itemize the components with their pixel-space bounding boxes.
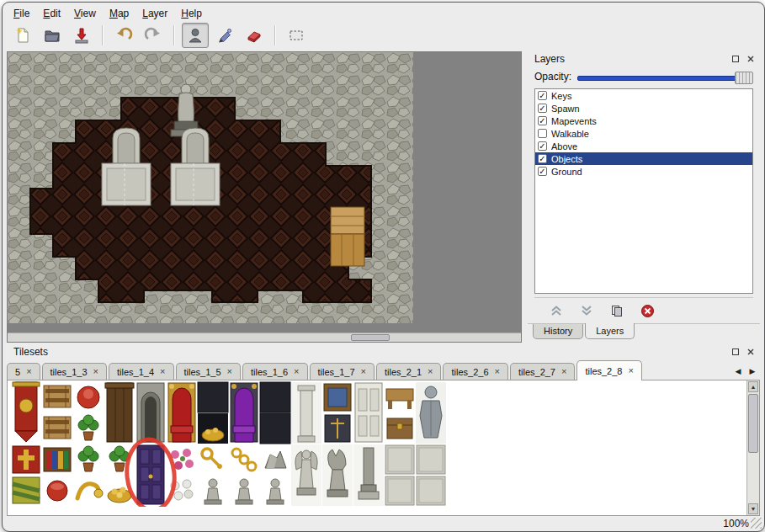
undo-button[interactable] [110,23,137,48]
tile-loom[interactable] [44,417,71,439]
save-map-button[interactable] [68,23,95,48]
layer-row-ground[interactable]: ✓Ground [535,165,752,178]
tile-gold-pile[interactable] [198,413,228,444]
tileset-tab-tiles_1_7[interactable]: tiles_1_7× [310,363,375,380]
menu-view[interactable]: View [68,6,102,21]
duplicate-layer-button[interactable] [608,302,625,319]
eraser-tool-button[interactable] [241,23,268,48]
raise-layer-button[interactable] [548,302,565,319]
tile-dark[interactable] [260,382,290,412]
tile-bench[interactable] [386,389,413,409]
menu-layer[interactable]: Layer [136,6,173,21]
tile-statue[interactable] [205,479,221,504]
tab-close-icon[interactable]: × [294,367,299,376]
tab-close-icon[interactable]: × [160,367,165,376]
lower-layer-button[interactable] [578,302,595,319]
opacity-slider[interactable] [577,71,753,83]
layer-visibility-checkbox[interactable]: ✓ [538,154,547,163]
dock-close-button[interactable] [744,53,757,65]
tile-dark[interactable] [198,382,228,412]
tileset-tab-tiles_2_6[interactable]: tiles_2_6× [443,363,507,380]
tile-chest[interactable] [387,418,412,439]
tileset-vertical-scrollbar[interactable]: ▲ ▼ [746,380,759,515]
tile-picture-frame[interactable] [324,384,351,411]
tab-close-icon[interactable]: × [26,367,31,376]
tileset-tab-5[interactable]: 5× [7,363,40,380]
layers-list[interactable]: ✓Keys✓Spawn✓MapeventsWalkable✓Above✓Obje… [534,88,753,294]
tile-coffin[interactable] [325,415,350,442]
rect-select-tool-button[interactable] [283,23,310,48]
layer-visibility-checkbox[interactable]: ✓ [538,91,547,100]
tile-statue[interactable] [236,479,252,504]
tab-close-icon[interactable]: × [428,367,433,376]
tile-gargoyle[interactable] [322,444,353,506]
tile-statue[interactable] [267,479,284,504]
tile-rock-pile[interactable] [265,451,286,468]
tileset-tab-tiles_1_6[interactable]: tiles_1_6× [242,363,307,380]
tab-close-icon[interactable]: × [361,367,366,376]
layer-visibility-checkbox[interactable]: ✓ [538,141,547,151]
dock-tab-layers[interactable]: Layers [585,323,635,339]
layer-row-walkable[interactable]: Walkable [535,127,752,140]
redo-button[interactable] [140,23,167,48]
resize-grip[interactable] [751,518,762,529]
tileset-content[interactable]: ▲ ▼ [7,380,760,516]
menu-map[interactable]: Map [104,6,135,21]
tileset-canvas[interactable] [8,380,479,507]
tab-close-icon[interactable]: × [93,367,98,376]
tileset-tab-tiles_2_8[interactable]: tiles_2_8× [576,360,641,380]
layer-row-spawn[interactable]: ✓Spawn [535,102,752,114]
tile-armor-statue[interactable] [416,382,446,444]
tile-wood-cabinet[interactable] [105,383,134,442]
tab-close-icon[interactable]: × [495,367,500,376]
tile-red-pot[interactable] [47,481,67,501]
layer-row-mapevents[interactable]: ✓Mapevents [535,114,752,127]
tab-close-icon[interactable]: × [561,367,566,376]
tile-white-door[interactable] [355,383,382,442]
tile-green-banner[interactable] [13,477,40,503]
tile-gold-key[interactable] [202,449,221,468]
tile-gray-block[interactable] [385,476,414,505]
slider-track[interactable] [577,76,752,81]
map-horizontal-scrollbar[interactable] [8,332,521,342]
tile-gray-block[interactable] [417,476,445,505]
tile-dark[interactable] [260,413,290,444]
tile-red-banner[interactable] [13,382,40,442]
layer-row-above[interactable]: ✓Above [535,140,752,152]
tileset-tab-tiles_1_4[interactable]: tiles_1_4× [109,363,173,380]
tab-scroll-left-button[interactable]: ◀ [732,364,744,377]
layer-visibility-checkbox[interactable] [538,129,547,138]
new-map-button[interactable] [9,23,36,48]
tileset-tab-tiles_2_1[interactable]: tiles_2_1× [376,363,441,380]
menu-help[interactable]: Help [175,6,208,21]
tile-gold-chain[interactable] [232,449,256,471]
slider-handle[interactable] [735,72,753,84]
map-canvas[interactable] [8,52,413,323]
tileset-tab-tiles_2_7[interactable]: tiles_2_7× [510,363,575,380]
tab-close-icon[interactable]: × [628,366,633,375]
dock-tab-history[interactable]: History [533,324,583,339]
menu-edit[interactable]: Edit [37,6,66,21]
dock-float-button[interactable] [729,53,741,65]
layer-visibility-checkbox[interactable]: ✓ [538,116,547,125]
layer-visibility-checkbox[interactable]: ✓ [538,167,547,176]
tileset-tab-tiles_1_3[interactable]: tiles_1_3× [42,363,107,380]
tile-purple-door[interactable] [137,445,164,504]
tile-white-pillar[interactable] [291,382,321,444]
dock-close-button[interactable] [744,346,757,358]
tile-plant[interactable] [78,415,98,440]
layer-row-objects[interactable]: ✓Objects [535,152,752,165]
tile-red-throne[interactable] [168,383,195,442]
tile-loom[interactable] [44,386,71,407]
tile-purple-throne[interactable] [231,383,258,442]
delete-layer-button[interactable] [639,302,656,319]
tab-scroll-right-button[interactable]: ▶ [746,364,758,377]
tile-angel-statue[interactable] [291,444,321,506]
dock-float-button[interactable] [729,346,741,358]
tile-red-cushion[interactable] [77,386,99,408]
layer-row-keys[interactable]: ✓Keys [535,89,752,102]
tile-shield-banner[interactable] [13,446,40,473]
tile-monument[interactable] [353,444,384,506]
scroll-up-arrow[interactable]: ▲ [748,381,758,392]
tab-close-icon[interactable]: × [227,367,232,376]
